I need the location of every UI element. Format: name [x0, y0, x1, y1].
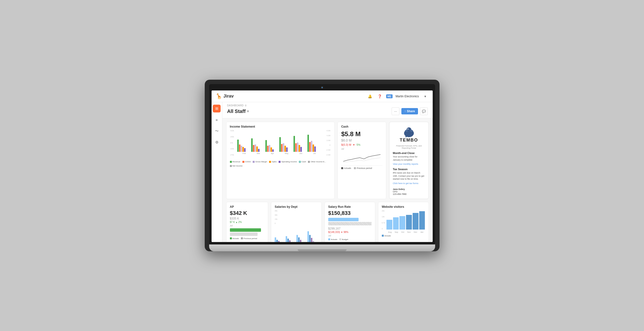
ap-card: AP $342 K $335 K $7 K ▲ 2% Jul: [226, 202, 268, 242]
giraffe-icon: 🦒: [216, 93, 222, 99]
user-menu-chevron[interactable]: ▾: [422, 93, 429, 100]
tembo-month-end-link[interactable]: View your monthly reports: [393, 163, 418, 165]
income-statement-title: Income Statement: [230, 125, 331, 128]
cash-legend-previous: Previous period: [354, 167, 372, 169]
salary-run-arrow: ▼: [341, 231, 344, 234]
header-actions: ··· ↑ Share 💬: [392, 107, 428, 115]
salary-dept-bars-3: [296, 235, 307, 242]
cash-change-pct: 5%: [356, 143, 360, 146]
bar-cogs: [239, 144, 240, 152]
bar-revenue: [237, 140, 239, 152]
laptop-bottom: [209, 245, 435, 251]
salary-actuals-bar: [328, 218, 358, 221]
bar-group-jun: [294, 136, 307, 152]
tembo-tax-link[interactable]: Click here to get tax forms: [393, 182, 418, 185]
camera-dot: [321, 86, 323, 88]
website-bars: [386, 210, 425, 230]
legend-cash: Cash: [299, 161, 306, 163]
help-icon[interactable]: ❓: [376, 93, 383, 100]
salary-dept-bars-jul: [308, 231, 318, 242]
legend-opex: OpEx: [269, 161, 277, 163]
tembo-card: TEMBO Financial Forecast, KPIs, and Repo…: [389, 122, 429, 199]
svg-point-4: [408, 129, 408, 130]
ap-month: Jul: [230, 224, 264, 227]
salary-dept-y-axis: 45k 30k 15k 0: [275, 210, 318, 224]
comment-button[interactable]: 💬: [420, 107, 428, 115]
bar-group-feb: [237, 140, 251, 152]
cash-chart: [341, 152, 382, 164]
brand-name: Jirav: [224, 94, 234, 99]
bar-group-mar: [251, 138, 265, 152]
bar-group-apr: [266, 140, 279, 152]
tembo-contact: Jane Dobry CFO 123-456-7890: [393, 188, 425, 195]
tembo-month-end-section: Month-end Close Your accounting close fo…: [393, 152, 425, 166]
salary-run-value: $150,833: [328, 210, 372, 216]
y-axis-labels: 6.0M 4.0M 2.0M 0 -2.0M -4.0M: [326, 130, 330, 156]
website-y-axis: 20k 13k 6.7k 0: [382, 210, 386, 230]
share-button[interactable]: ↑ Share: [401, 108, 418, 114]
legend-net-income: Net Income: [230, 165, 243, 167]
legend-other: Other Income E...: [308, 161, 326, 163]
legend-gross-margin: Gross Margin: [253, 161, 267, 163]
salaries-dept-chart: [275, 225, 318, 242]
share-icon: ↑: [404, 109, 406, 113]
salary-run-title: Salary Run Rate: [328, 205, 372, 209]
notifications-icon[interactable]: 🔔: [367, 93, 374, 100]
salaries-dept-title: Salaries by Dept: [275, 205, 318, 209]
salary-run-legend: Actuals Budget: [328, 238, 372, 241]
ap-bar-chart: [230, 228, 264, 236]
cash-sub-value: $6.0 M: [341, 138, 382, 142]
bar-opinc: [244, 148, 246, 152]
ap-previous-bar: [230, 233, 258, 236]
income-chart-area: 6.0M 4.0M 2.0M 0 -2.0M -4.0M: [230, 130, 331, 159]
sidebar-item-analytics[interactable]: 〜: [213, 127, 220, 135]
salary-run-month: Jul: [328, 234, 372, 237]
salary-run-pct: 98%: [344, 231, 348, 234]
ap-change-pct: 2%: [238, 221, 242, 223]
ap-change: $7 K ▲ 2%: [230, 221, 264, 223]
logo: 🦒 Jirav: [216, 93, 234, 99]
ap-change-value: $7 K: [230, 221, 235, 223]
salary-legend-budget: Budget: [339, 238, 348, 241]
cash-value: $5.8 M: [341, 130, 382, 138]
svg-point-6: [410, 130, 413, 132]
more-options-button[interactable]: ···: [392, 107, 400, 115]
tembo-month-end-body: Your accounting close for January is com…: [393, 155, 425, 161]
mid-row: AP $342 K $335 K $7 K ▲ 2% Jul: [226, 202, 429, 242]
y-axis-left-labels: 410k 240k 67k 100k 270k: [230, 130, 234, 156]
top-row: Income Statement: [226, 122, 429, 199]
app-container: 🦒 Jirav 🔔 ❓ ME Martin Electronics ▾ ⊞: [212, 90, 433, 242]
main-layout: ⊞ ≡ 〜 ⚙ DASHBOARD ①: [212, 102, 433, 242]
tembo-contact-name: Jane Dobry: [393, 188, 405, 190]
sidebar-item-reports[interactable]: ≡: [213, 116, 220, 124]
cash-card: Cash $5.8 M $6.0 M $(0.3) M ▼ 5% Jul: [338, 122, 386, 199]
website-x-labels: Aug Sep Oct Nov Dec Jan: [382, 231, 425, 233]
page-title-chevron-icon[interactable]: ▾: [247, 109, 249, 113]
tembo-elephant-icon: [402, 125, 416, 138]
dashboard-grid: Income Statement: [222, 118, 433, 242]
page-title: All Staff ▾: [227, 108, 249, 114]
tembo-contact-phone: 123-456-7890: [393, 193, 406, 195]
sidebar-item-dashboard[interactable]: ⊞: [213, 105, 220, 112]
salary-budget-bar: [328, 222, 372, 225]
bar-opex: [242, 147, 244, 152]
bar-group-jul: [308, 135, 321, 152]
sidebar-item-settings[interactable]: ⚙: [213, 138, 220, 146]
ap-arrow-icon: ▲: [236, 221, 238, 223]
page-title-row: All Staff ▾ ··· ↑ Share 💬: [227, 107, 428, 115]
website-legend-actuals: Actuals: [382, 235, 391, 237]
bar-gross: [241, 146, 242, 152]
salary-run-change-val: $(148,333): [328, 231, 340, 234]
salary-run-bars: [328, 218, 372, 225]
income-legend: Revenue COGS Gross Margin OpEx Operating…: [230, 161, 331, 167]
salary-run-sub: $299,167: [328, 227, 372, 230]
topbar-right: 🔔 ❓ ME Martin Electronics ▾: [367, 93, 429, 100]
user-name: Martin Electronics: [396, 95, 419, 98]
ap-sub-value: $335 K: [230, 217, 264, 220]
content-header: DASHBOARD ① All Staff ▾ ···: [222, 102, 433, 118]
salary-run-rate-card: Salary Run Rate $150,833 $299,167 $(148,…: [324, 202, 375, 242]
legend-revenue: Revenue: [230, 161, 240, 163]
salaries-by-dept-card: Salaries by Dept 45k 30k 15k 0: [271, 202, 322, 242]
tembo-tax-section: Tax Season IRS taxes are due on March 15…: [393, 168, 425, 185]
salary-dept-bars-1: [275, 237, 285, 242]
